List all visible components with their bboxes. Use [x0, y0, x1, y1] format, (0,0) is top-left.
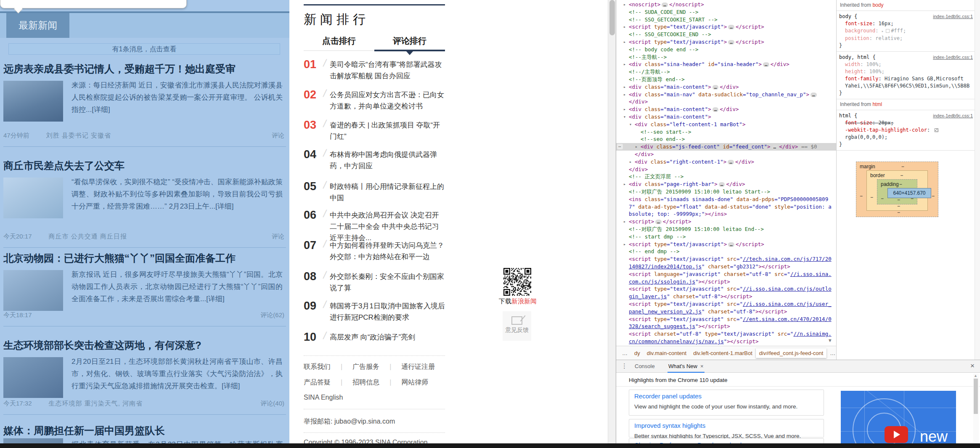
- article-title[interactable]: 商丘市民差点失去了公交车: [3, 159, 288, 172]
- footer-link[interactable]: 招聘信息: [352, 379, 379, 386]
- expand-right-icon[interactable]: ▸: [623, 23, 626, 31]
- article-comment-link[interactable]: 评论(62): [260, 311, 284, 319]
- css-property[interactable]: position: relative;: [839, 35, 972, 42]
- elements-node[interactable]: ▸<script type="text/javascript">…</scrip…: [616, 23, 836, 31]
- expand-right-icon[interactable]: ▸: [623, 180, 626, 188]
- breadcrumb-item-active[interactable]: div#feed_cont.js-feed-cont: [756, 348, 826, 358]
- ranking-headline[interactable]: 中共中央政治局召开会议 决定召开二十届二中全会 中共中央总书记习近平主持会...: [330, 209, 446, 244]
- styles-scrollbar[interactable]: [975, 0, 980, 360]
- elements-node[interactable]: </div>: [616, 151, 836, 158]
- new-messages-notice[interactable]: 有1条消息，点击查看: [8, 43, 280, 55]
- style-source-link[interactable]: index-1edb9c.css:1: [933, 112, 973, 119]
- feedback-button[interactable]: 意见反馈: [503, 311, 531, 341]
- tab-console[interactable]: Console: [635, 360, 655, 373]
- expand-down-icon[interactable]: ▾: [629, 121, 632, 128]
- color-swatch[interactable]: [886, 29, 890, 33]
- expand-down-icon[interactable]: ▾: [623, 113, 626, 121]
- drawer-scrollbar[interactable]: ▲ ▼: [973, 374, 979, 447]
- ranking-headline[interactable]: 美司令暗示“台湾有事”将部署武器攻击解放军船舰 国台办回应: [330, 59, 446, 82]
- elements-node[interactable]: <!-- body code end -->: [616, 46, 836, 53]
- elements-node[interactable]: cn/common/channelnav/js/nav.js"></script…: [616, 338, 836, 345]
- elements-node[interactable]: <script type="text/javascript" src="//i.…: [616, 285, 836, 293]
- elements-node[interactable]: panel_new_version_v2.js" charset="utf-8"…: [616, 308, 836, 315]
- css-property[interactable]: background: ▸#fff;: [839, 27, 972, 35]
- elements-node[interactable]: <!-- end dmp -->: [616, 248, 836, 255]
- article-title[interactable]: 远房表亲成县委书记情人，受贿超千万！她出庭受审: [3, 62, 288, 76]
- elements-node[interactable]: <script language="javascript" charset="u…: [616, 270, 836, 278]
- article-thumbnail[interactable]: [3, 270, 63, 311]
- footer-link[interactable]: 产品答疑: [304, 379, 331, 386]
- expand-right-icon[interactable]: ▸: [623, 91, 626, 98]
- elements-node[interactable]: 7" data-ad-type="float" data-ad-status="…: [616, 203, 836, 211]
- elements-node[interactable]: <!-- start dmp -->: [616, 233, 836, 241]
- article-tags[interactable]: 商丘市 公共交通 商丘日报: [49, 233, 127, 240]
- style-source-link[interactable]: index-1edb9c.css:1: [933, 54, 973, 61]
- elements-node[interactable]: ▸<script type="text/javascript">…</scrip…: [616, 241, 836, 248]
- elements-node[interactable]: 140827/index2014/top.js" charset="gb2312…: [616, 263, 836, 270]
- elements-node[interactable]: </div>: [616, 166, 836, 173]
- expand-right-icon[interactable]: ▸: [623, 1, 626, 8]
- tab-close-icon[interactable]: ×: [700, 363, 704, 369]
- article-title[interactable]: 媒体：周鹏担任新一届中国男篮队长: [3, 424, 288, 437]
- elements-node[interactable]: ▸<div class="sina-header" id="sina-heade…: [616, 61, 836, 68]
- drawer-close-icon[interactable]: ×: [970, 362, 975, 370]
- breadcrumb-item[interactable]: div.main-content: [644, 348, 690, 358]
- elements-node[interactable]: ▾<div class="main-content">: [616, 113, 836, 121]
- article-title[interactable]: 北京动物园：已进行大熊猫“丫丫”回国全面准备工作: [3, 252, 288, 265]
- article-tags[interactable]: 生态环境部 重污染天气, 河南省: [49, 400, 143, 407]
- css-property[interactable]: font-family: Hiragino Sans GB,Microsoft …: [839, 75, 972, 90]
- collapsed-content-icon[interactable]: …: [728, 40, 734, 45]
- elements-node[interactable]: <!--页面顶导 end-->: [616, 76, 836, 83]
- box-model[interactable]: margin − − − − border − − − − padding − …: [856, 162, 938, 217]
- expand-right-icon[interactable]: ▸: [623, 106, 626, 113]
- expand-right-icon[interactable]: ▸: [623, 61, 626, 68]
- elements-node[interactable]: <script type="text/javascript" src="//en…: [616, 315, 836, 323]
- article-comment-link[interactable]: 评论(40): [260, 400, 284, 408]
- elements-node[interactable]: ▸<div class="right-content-1">…</div>: [616, 158, 836, 166]
- css-property[interactable]: width: 100%;: [839, 61, 972, 68]
- elements-node[interactable]: ▸<script type="text/javascript">…</scrip…: [616, 38, 836, 46]
- collapsed-content-icon[interactable]: …: [728, 160, 734, 164]
- inherited-element-link[interactable]: body: [872, 2, 883, 8]
- elements-node[interactable]: ▸<div class="main-nav" data-sudaclick="t…: [616, 91, 836, 98]
- elements-node[interactable]: ▸<noscript>…</noscript>: [616, 1, 836, 8]
- breadcrumb-item[interactable]: div.left-content-1.marBot: [690, 348, 756, 358]
- article-title[interactable]: 生态环境部部长突击检查这两地，有何深意?: [3, 339, 288, 352]
- tab-comment-ranking[interactable]: 评论排行: [393, 35, 426, 47]
- sina-english-link[interactable]: SINA English: [304, 394, 455, 401]
- elements-node[interactable]: </div>: [616, 98, 836, 106]
- elements-node[interactable]: ▸<script>…</script>: [616, 218, 836, 225]
- elements-selected-node[interactable]: ▸<div class="js-feed-cont" id="feed_cont…: [616, 143, 836, 151]
- elements-node[interactable]: <script type="text/javascript" src="//i.…: [616, 300, 836, 308]
- expand-right-icon[interactable]: ▸: [629, 158, 632, 166]
- collapsed-content-icon[interactable]: …: [728, 25, 734, 29]
- collapsed-content-icon[interactable]: …: [712, 85, 719, 90]
- collapsed-content-icon[interactable]: …: [655, 220, 662, 224]
- elements-node[interactable]: <!-- SSO_GETCOOKIE_END -->: [616, 31, 836, 38]
- expand-right-icon[interactable]: ▸: [623, 38, 626, 46]
- ranking-headline[interactable]: 公务员回应对女方出言不逊：已向女方道歉，并向单位递交检讨书: [330, 89, 446, 112]
- article-comment-link[interactable]: 评论: [272, 233, 284, 241]
- footer-link[interactable]: 广告服务: [352, 363, 379, 370]
- elements-node[interactable]: <!-- SUDA_CODE_END -->: [616, 8, 836, 16]
- elements-node[interactable]: <!--对联广告 20150909 15:10:00 leitao End-->: [616, 225, 836, 233]
- elements-node[interactable]: 328/search_suggest.js"></script>: [616, 323, 836, 330]
- inherited-element-link[interactable]: html: [872, 101, 882, 107]
- collapsed-content-icon[interactable]: …: [763, 62, 769, 67]
- css-property[interactable]: font-size: 16px;: [839, 20, 972, 27]
- download-app-caption[interactable]: 下载新浪新闻: [499, 297, 538, 305]
- elements-node[interactable]: <!--seo start-->: [616, 128, 836, 136]
- ranking-headline[interactable]: 高层发声 向“政治骗子”亮剑: [330, 331, 446, 343]
- elements-node[interactable]: <!--对联广告 20150909 15:10:00 leitao Start-…: [616, 188, 836, 196]
- ranking-headline[interactable]: 中方如何看待拜登昨天访问乌克兰？外交部：中方始终站在和平一边: [330, 240, 446, 262]
- elements-node[interactable]: ▸<div class="main-content">…</div>: [616, 83, 836, 91]
- elements-node[interactable]: <!--seo end-->: [616, 135, 836, 143]
- whats-new-card-title[interactable]: Improved syntax higlights: [634, 422, 818, 429]
- article-thumbnail[interactable]: [3, 357, 63, 398]
- expand-right-icon[interactable]: ▸: [635, 143, 638, 151]
- breadcrumb-item[interactable]: …: [619, 348, 631, 358]
- footer-link[interactable]: 联系我们: [304, 363, 331, 370]
- article-thumbnail[interactable]: [3, 178, 63, 218]
- expand-icon[interactable]: ▸: [882, 29, 884, 33]
- elements-node[interactable]: bsolute; top: -99999px;"></ins>: [616, 210, 836, 218]
